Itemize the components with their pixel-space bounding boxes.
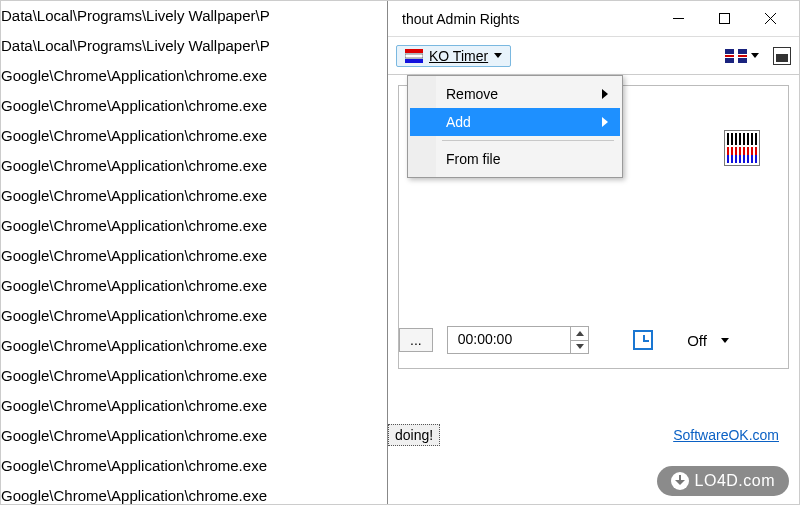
state-label: Off [687,332,707,349]
path-row[interactable]: Google\Chrome\Application\chrome.exe [1,331,387,361]
menu-item-label: Add [446,114,471,130]
state-dropdown[interactable]: Off [677,329,735,352]
menu-item-add[interactable]: Add [410,108,620,136]
menu-separator [442,140,614,141]
path-row[interactable]: Data\Local\Programs\Lively Wallpaper\P [1,31,387,61]
window-title: thout Admin Rights [402,11,520,27]
spin-up-button[interactable] [571,327,588,341]
watermark: LO4D.com [657,466,789,496]
time-value[interactable]: 00:00:00 [448,327,571,353]
app-icon [724,130,760,166]
titlebar: thout Admin Rights [388,1,799,37]
save-button[interactable] [773,47,791,65]
svg-rect-1 [719,14,729,24]
process-path-list: Data\Local\Programs\Lively Wallpaper\PDa… [1,1,387,505]
download-icon [671,472,689,490]
language-dropdown[interactable] [721,47,763,65]
spin-down-button[interactable] [571,341,588,354]
menu-item-label: From file [446,151,500,167]
toolbar: KO Timer [388,37,799,75]
flag-uk-icon [725,49,747,63]
browse-button[interactable]: ... [399,328,433,352]
path-row[interactable]: Google\Chrome\Application\chrome.exe [1,421,387,451]
path-row[interactable]: Google\Chrome\Application\chrome.exe [1,121,387,151]
kotimer-menu: Remove Add From file [407,75,623,178]
time-spinner[interactable]: 00:00:00 [447,326,590,354]
path-row[interactable]: Google\Chrome\Application\chrome.exe [1,481,387,505]
path-row[interactable]: Google\Chrome\Application\chrome.exe [1,211,387,241]
timer-row: ... 00:00:00 Off [399,326,778,354]
watermark-text: LO4D.com [695,472,775,490]
path-row[interactable]: Google\Chrome\Application\chrome.exe [1,451,387,481]
menu-item-from-file[interactable]: From file [410,145,620,173]
path-row[interactable]: Google\Chrome\Application\chrome.exe [1,91,387,121]
svg-rect-5 [405,54,423,58]
kotimer-dropdown-button[interactable]: KO Timer [396,45,511,67]
bottom-row: doing! SoftwareOK.com [388,424,789,446]
path-row[interactable]: Google\Chrome\Application\chrome.exe [1,391,387,421]
softwareok-link[interactable]: SoftwareOK.com [673,427,779,443]
close-button[interactable] [747,4,793,34]
kotimer-icon [405,49,423,63]
svg-rect-4 [405,49,423,53]
clock-icon [633,330,653,350]
minimize-button[interactable] [655,4,701,34]
menu-item-label: Remove [446,86,498,102]
path-row[interactable]: Google\Chrome\Application\chrome.exe [1,181,387,211]
path-row[interactable]: Google\Chrome\Application\chrome.exe [1,151,387,181]
menu-item-remove[interactable]: Remove [410,80,620,108]
caret-down-icon [494,53,502,58]
caret-down-icon [751,53,759,58]
maximize-button[interactable] [701,4,747,34]
path-row[interactable]: Google\Chrome\Application\chrome.exe [1,241,387,271]
doing-button[interactable]: doing! [388,424,440,446]
kotimer-label: KO Timer [429,48,488,64]
path-row[interactable]: Data\Local\Programs\Lively Wallpaper\P [1,1,387,31]
svg-rect-6 [405,59,423,63]
caret-down-icon [721,338,729,343]
path-row[interactable]: Google\Chrome\Application\chrome.exe [1,301,387,331]
path-row[interactable]: Google\Chrome\Application\chrome.exe [1,361,387,391]
path-row[interactable]: Google\Chrome\Application\chrome.exe [1,61,387,91]
path-row[interactable]: Google\Chrome\Application\chrome.exe [1,271,387,301]
window-controls [655,4,793,34]
